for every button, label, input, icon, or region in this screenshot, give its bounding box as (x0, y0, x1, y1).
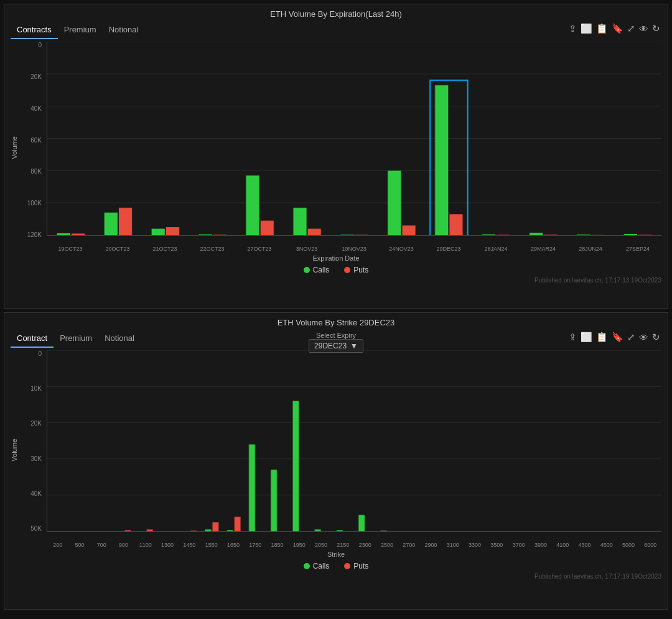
x-label: 2900 (424, 542, 437, 548)
y-tick: 120K (27, 231, 42, 238)
copy-icon[interactable]: 📋 (596, 23, 608, 34)
x-label: 500 (75, 542, 84, 548)
refresh-icon[interactable]: ↻ (652, 23, 660, 34)
x-label: 3100 (447, 542, 459, 548)
puts-dot (344, 267, 350, 273)
chart2-canvas: 50K 40K 30K 20K 10K 0 200500700900110013… (21, 350, 661, 549)
x-label: 1550 (205, 542, 218, 548)
chart2-bars (47, 350, 661, 531)
puts-label: Puts (353, 266, 368, 274)
x-label: 700 (97, 542, 106, 548)
select-expiry-container: Select Expiry 29DEC23 ▼ (309, 332, 363, 353)
chart1-y-label: Volume (11, 136, 18, 159)
y-tick: 60K (30, 137, 42, 144)
x-label: 1650 (227, 542, 240, 548)
y-tick: 80K (30, 168, 42, 175)
refresh-icon[interactable]: ↻ (652, 332, 660, 343)
x-label: 1300 (161, 542, 174, 548)
chart1-legend: Calls Puts (11, 266, 661, 274)
chart1-tabs: Contracts Premium Notional (11, 22, 661, 39)
chart2-title: ETH Volume By Strike 29DEC23 (11, 318, 661, 327)
x-label: 2050 (315, 542, 327, 548)
expand-icon[interactable]: ⤢ (627, 332, 635, 343)
y-tick: 40K (30, 105, 42, 112)
chart2-legend: Calls Puts (11, 562, 661, 570)
x-label: 10NOV23 (342, 246, 366, 252)
chart2-puts-legend: Puts (344, 562, 368, 570)
calls-label: Calls (313, 562, 330, 570)
x-label: 4500 (600, 542, 613, 548)
screenshot-icon[interactable]: ⬜ (581, 23, 592, 34)
chevron-down-icon: ▼ (350, 342, 358, 350)
puts-dot (344, 563, 350, 569)
tab2-premium[interactable]: Premium (54, 331, 98, 348)
copy-icon[interactable]: 📋 (596, 332, 608, 343)
x-label: 6000 (644, 542, 656, 548)
chart1-x-labels: 19OCT2320OCT2321OCT2322OCT2327OCT233NOV2… (47, 236, 661, 253)
x-label: 3900 (534, 542, 547, 548)
x-label: 3500 (490, 542, 503, 548)
x-label: 3NOV23 (296, 246, 318, 252)
y-tick: 100K (27, 200, 42, 207)
y-tick: 30K (30, 455, 42, 462)
chart1-calls-legend: Calls (304, 266, 330, 274)
x-label: 900 (119, 542, 128, 548)
tab1-contracts[interactable]: Contracts (11, 22, 58, 39)
bookmark-icon[interactable]: 🔖 (612, 332, 623, 343)
x-label: 4100 (556, 542, 569, 548)
x-label: 29MAR24 (531, 246, 556, 252)
x-label: 29DEC23 (436, 246, 460, 252)
y-tick: 20K (30, 420, 42, 427)
chart1-area: Volume 120K 100K 80K 60K 40K 20K 0 (11, 42, 661, 253)
x-label: 1750 (249, 542, 261, 548)
chart1-x-axis-title: Expiration Date (11, 254, 661, 262)
x-label: 26JAN24 (484, 246, 507, 252)
chart1-bars (47, 42, 661, 235)
x-label: 1950 (293, 542, 306, 548)
chart2-calls-legend: Calls (304, 562, 330, 570)
x-label: 19OCT23 (58, 246, 82, 252)
chart1-y-ticks: 120K 100K 80K 60K 40K 20K 0 (21, 42, 44, 238)
x-label: 4300 (578, 542, 590, 548)
share-icon[interactable]: ⇪ (569, 332, 577, 343)
chart2-y-ticks: 50K 40K 30K 20K 10K 0 (21, 350, 44, 532)
chart2-x-labels: 2005007009001100130014501550165017501850… (47, 532, 661, 549)
chart1-published: Published on laevitas.ch, 17:17:13 19Oct… (11, 277, 661, 284)
x-label: 200 (53, 542, 62, 548)
chart1-section: ETH Volume By Expiration(Last 24h) Contr… (4, 4, 668, 309)
tab1-notional[interactable]: Notional (103, 22, 145, 39)
eye-icon[interactable]: 👁 (639, 24, 648, 34)
y-tick: 20K (30, 73, 42, 80)
share-icon[interactable]: ⇪ (569, 23, 577, 34)
x-label: 22OCT23 (200, 246, 224, 252)
chart2-section: ETH Volume By Strike 29DEC23 Contract Pr… (4, 312, 668, 610)
x-label: 27SEP24 (626, 246, 650, 252)
chart2-published: Published on laevitas.ch, 17:17:19 19Oct… (11, 573, 661, 580)
puts-label: Puts (353, 562, 368, 570)
y-tick: 50K (30, 525, 42, 532)
select-label: Select Expiry (316, 332, 356, 339)
x-label: 20OCT23 (105, 246, 129, 252)
select-value: 29DEC23 (314, 342, 347, 350)
tab2-notional[interactable]: Notional (98, 331, 141, 348)
x-label: 3300 (469, 542, 481, 548)
chart2-x-axis-title: Strike (11, 551, 661, 558)
x-label: 5000 (622, 542, 635, 548)
expand-icon[interactable]: ⤢ (627, 23, 635, 34)
chart2-toolbar: ⇪ ⬜ 📋 🔖 ⤢ 👁 ↻ (569, 332, 660, 343)
x-label: 28JUN24 (579, 246, 602, 252)
bookmark-icon[interactable]: 🔖 (612, 23, 623, 34)
tab1-premium[interactable]: Premium (58, 22, 103, 39)
tab2-contract[interactable]: Contract (11, 331, 54, 348)
x-label: 27OCT23 (247, 246, 271, 252)
chart1-title: ETH Volume By Expiration(Last 24h) (11, 9, 661, 19)
x-label: 2500 (381, 542, 393, 548)
x-label: 24NOV23 (389, 246, 414, 252)
chart2-plot (47, 350, 661, 532)
calls-label: Calls (313, 266, 330, 274)
x-label: 1850 (271, 542, 283, 548)
chart1-puts-legend: Puts (344, 266, 368, 274)
y-tick: 40K (30, 490, 42, 497)
screenshot-icon[interactable]: ⬜ (581, 332, 592, 343)
eye-icon[interactable]: 👁 (639, 332, 648, 343)
